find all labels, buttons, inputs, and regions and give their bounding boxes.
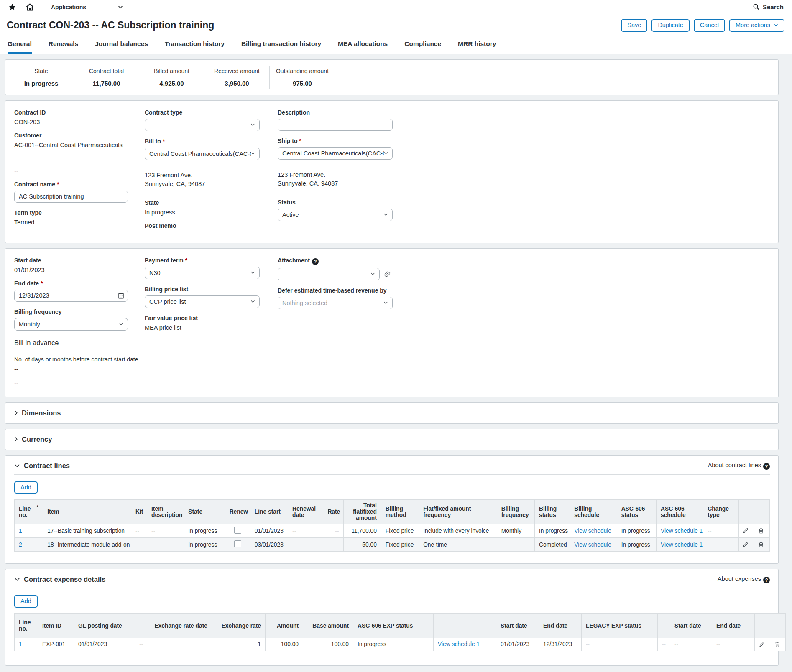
edit-line-button[interactable] xyxy=(738,538,753,552)
col-header-start-date[interactable]: Start date xyxy=(496,613,539,638)
col-header-state[interactable]: State xyxy=(184,500,225,524)
tab-renewals[interactable]: Renewals xyxy=(49,40,79,54)
col-header-end-date[interactable]: End date xyxy=(539,613,582,638)
col-header-total-flat-fixed[interactable]: Total flat/fixed amount xyxy=(343,500,381,524)
edit-line-button[interactable] xyxy=(738,524,753,538)
col-header-asc606-status[interactable]: ASC-606 status xyxy=(617,500,656,524)
edit-expense-button[interactable] xyxy=(755,638,769,651)
favorites-star-icon[interactable] xyxy=(8,3,16,11)
applications-menu[interactable]: Applications xyxy=(51,4,123,10)
payment-term-select[interactable]: N30 xyxy=(145,267,260,279)
col-header-item-id[interactable]: Item ID xyxy=(38,613,74,638)
cell-asc606-exp-status: In progress xyxy=(353,638,434,651)
chevron-down-icon[interactable] xyxy=(14,464,20,468)
col-header-billing-method[interactable]: Billing method xyxy=(381,500,419,524)
help-icon[interactable] xyxy=(763,463,770,470)
currency-section-toggle[interactable]: Currency xyxy=(14,435,770,443)
col-header-renewal-date[interactable]: Renewal date xyxy=(288,500,323,524)
col-header-legacy-end-date[interactable]: End date xyxy=(712,613,755,638)
contract-type-select[interactable] xyxy=(145,119,260,131)
contract-expense-title: Contract expense details xyxy=(24,575,105,583)
col-header-legacy-start-date[interactable]: Start date xyxy=(670,613,712,638)
col-header-rate[interactable]: Rate xyxy=(323,500,343,524)
contract-name-input[interactable] xyxy=(14,191,128,203)
cell-kit: -- xyxy=(131,538,147,552)
col-header-billing-frequency[interactable]: Billing frequency xyxy=(497,500,534,524)
col-header-legacy-exp-status[interactable]: LEGACY EXP status xyxy=(582,613,658,638)
save-button[interactable]: Save xyxy=(621,19,647,32)
renew-checkbox[interactable] xyxy=(234,540,241,547)
col-header-asc606-exp-status[interactable]: ASC-606 EXP status xyxy=(353,613,434,638)
delete-line-button[interactable] xyxy=(753,524,769,538)
help-icon[interactable] xyxy=(312,258,319,265)
col-header-base-amount[interactable]: Base amount xyxy=(303,613,353,638)
view-asc606-schedule-link[interactable]: View schedule 1 xyxy=(661,528,703,534)
col-header-renew[interactable]: Renew xyxy=(225,500,250,524)
add-expense-button[interactable]: Add xyxy=(14,595,38,608)
view-asc606-schedule-link[interactable]: View schedule 1 xyxy=(661,542,703,548)
billing-frequency-select[interactable]: Monthly xyxy=(14,318,128,331)
expense-line-number-link[interactable]: 1 xyxy=(19,641,22,647)
billing-price-list-label: Billing price list xyxy=(145,286,278,293)
chevron-down-icon xyxy=(119,323,123,326)
global-search[interactable]: Search xyxy=(753,3,784,10)
col-header-change-type[interactable]: Change type xyxy=(703,500,738,524)
view-expense-schedule-link[interactable]: View schedule 1 xyxy=(438,641,480,647)
tab-mrr-history[interactable]: MRR history xyxy=(458,40,496,54)
renew-checkbox[interactable] xyxy=(234,527,241,534)
view-billing-schedule-link[interactable]: View schedule xyxy=(574,528,611,534)
sort-ascending-icon[interactable] xyxy=(36,504,39,508)
cell-billing-frequency: Monthly xyxy=(497,524,534,538)
tab-general[interactable]: General xyxy=(8,40,32,54)
delete-expense-button[interactable] xyxy=(769,638,786,651)
help-icon[interactable] xyxy=(763,577,770,583)
more-actions-button[interactable]: More actions xyxy=(729,19,784,32)
col-header-billing-status[interactable]: Billing status xyxy=(535,500,570,524)
tab-mea-allocations[interactable]: MEA allocations xyxy=(338,40,388,54)
summary-contract-total: Contract total 11,750.00 xyxy=(74,66,139,89)
col-header-kit[interactable]: Kit xyxy=(131,500,147,524)
tab-compliance[interactable]: Compliance xyxy=(404,40,441,54)
col-header-gl-posting-date[interactable]: GL posting date xyxy=(74,613,135,638)
col-header-flat-fixed-frequency[interactable]: Flat/fixed amount frequency xyxy=(419,500,497,524)
col-header-exchange-rate-date[interactable]: Exchange rate date xyxy=(135,613,212,638)
col-header-line-start[interactable]: Line start xyxy=(250,500,288,524)
bill-to-select[interactable]: Central Coast Pharmaceuticals(CAC-001) xyxy=(145,148,260,160)
line-number-link[interactable]: 1 xyxy=(19,528,22,534)
col-header-asc606-schedule[interactable]: ASC-606 schedule xyxy=(656,500,703,524)
ship-to-select[interactable]: Central Coast Pharmaceuticals(CAC-001) xyxy=(278,147,393,160)
tab-billing-transaction-history[interactable]: Billing transaction history xyxy=(241,40,321,54)
col-header-item[interactable]: Item xyxy=(43,500,131,524)
defer-revenue-select[interactable]: Nothing selected xyxy=(278,297,393,309)
summary-billed-amount: Billed amount 4,925.00 xyxy=(139,66,204,89)
status-select[interactable]: Active xyxy=(278,209,393,221)
description-input[interactable] xyxy=(278,119,393,131)
add-contract-line-button[interactable]: Add xyxy=(14,481,38,494)
mea-price-list-link[interactable]: MEA price list xyxy=(145,324,278,331)
chevron-down-icon xyxy=(250,123,255,126)
home-icon[interactable] xyxy=(26,3,34,11)
delete-line-button[interactable] xyxy=(753,538,769,552)
cell-legacy-start-date: -- xyxy=(670,638,712,651)
duplicate-button[interactable]: Duplicate xyxy=(651,19,689,32)
col-header-exchange-rate[interactable]: Exchange rate xyxy=(212,613,266,638)
calendar-icon[interactable] xyxy=(118,292,125,299)
col-header-item-description[interactable]: Item description xyxy=(147,500,184,524)
col-header-line-no[interactable]: Line no. xyxy=(15,613,38,638)
col-header-line-no[interactable]: Line no. xyxy=(15,500,43,524)
customer-link[interactable]: AC-001--Central Coast Pharmaceuticals xyxy=(14,142,145,148)
dimensions-section-toggle[interactable]: Dimensions xyxy=(14,409,770,417)
tab-transaction-history[interactable]: Transaction history xyxy=(165,40,225,54)
cancel-button[interactable]: Cancel xyxy=(694,19,725,32)
summary-state-value: In progress xyxy=(9,80,74,87)
billing-price-list-select[interactable]: CCP price list xyxy=(145,295,260,308)
chevron-down-icon[interactable] xyxy=(14,578,20,581)
tab-journal-balances[interactable]: Journal balances xyxy=(95,40,148,54)
line-number-link[interactable]: 2 xyxy=(19,542,22,548)
col-header-billing-schedule[interactable]: Billing schedule xyxy=(570,500,617,524)
paperclip-icon[interactable] xyxy=(384,270,391,278)
col-header-amount[interactable]: Amount xyxy=(266,613,303,638)
view-billing-schedule-link[interactable]: View schedule xyxy=(574,542,611,548)
end-date-input[interactable] xyxy=(14,290,128,302)
attachment-select[interactable] xyxy=(278,268,380,280)
